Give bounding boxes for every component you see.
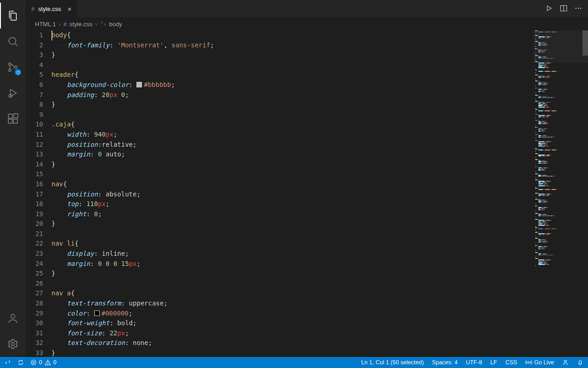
sync-icon[interactable] bbox=[17, 359, 24, 366]
code-line[interactable]: text-transform: uppercase; bbox=[51, 299, 533, 309]
line-number: 15 bbox=[26, 169, 43, 179]
line-number: 24 bbox=[26, 259, 43, 269]
css-file-icon: # bbox=[31, 6, 34, 12]
code-line[interactable] bbox=[51, 279, 533, 289]
vertical-scrollbar[interactable] bbox=[582, 30, 588, 357]
code-line[interactable]: ····font-family: 'Montserrat', sans-seri… bbox=[51, 40, 533, 51]
run-icon[interactable] bbox=[545, 4, 553, 14]
line-number-gutter: 1234567891011121314151617181920212223242… bbox=[26, 30, 51, 357]
code-line[interactable]: margin: 0 0 0 15px; bbox=[51, 259, 533, 269]
scrollbar-thumb[interactable] bbox=[582, 30, 588, 56]
code-line[interactable]: width: 940px; bbox=[51, 130, 533, 140]
tab-bar: # style.css × bbox=[26, 0, 588, 17]
remote-icon[interactable] bbox=[5, 359, 11, 366]
breadcrumb-project[interactable]: HTML 1 bbox=[35, 21, 56, 28]
go-live-button[interactable]: Go Live bbox=[526, 359, 554, 366]
code-line[interactable]: } bbox=[51, 160, 533, 170]
line-number: 28 bbox=[26, 299, 43, 309]
chevron-right-icon: › bbox=[95, 21, 97, 28]
svg-point-11 bbox=[11, 314, 15, 318]
code-line[interactable] bbox=[51, 229, 533, 239]
line-number: 6 bbox=[26, 80, 43, 90]
line-number: 13 bbox=[26, 150, 43, 160]
svg-rect-9 bbox=[13, 119, 17, 123]
line-number: 33 bbox=[26, 348, 43, 358]
code-line[interactable]: padding: 20px 0; bbox=[51, 90, 533, 100]
code-line[interactable] bbox=[51, 169, 533, 179]
code-line[interactable]: position:relative; bbox=[51, 140, 533, 150]
code-line[interactable]: .caja{ bbox=[51, 120, 533, 130]
svg-point-17 bbox=[580, 7, 581, 8]
code-line[interactable]: nav li{ bbox=[51, 239, 533, 249]
more-actions-icon[interactable] bbox=[574, 4, 582, 14]
chevron-right-icon: › bbox=[59, 21, 61, 28]
status-language[interactable]: CSS bbox=[505, 359, 517, 366]
line-number: 4 bbox=[26, 60, 43, 70]
code-line[interactable]: text-decoration: none; bbox=[51, 338, 533, 348]
search-icon[interactable] bbox=[0, 29, 26, 54]
status-spaces[interactable]: Spaces: 4 bbox=[432, 359, 458, 366]
notifications-bell-icon[interactable] bbox=[577, 359, 583, 366]
status-problems[interactable]: 0 0 bbox=[30, 359, 57, 366]
code-line[interactable]: } bbox=[51, 348, 533, 357]
code-line[interactable]: margin: 0 auto; bbox=[51, 150, 533, 160]
status-bar: 0 0 Ln 1, Col 1 (50 selected) Spaces: 4 … bbox=[0, 357, 588, 368]
breadcrumb-symbol[interactable]: body bbox=[109, 21, 122, 28]
line-number: 29 bbox=[26, 309, 43, 319]
editor[interactable]: 1234567891011121314151617181920212223242… bbox=[26, 30, 588, 357]
tab-style-css[interactable]: # style.css × bbox=[26, 0, 78, 17]
line-number: 10 bbox=[26, 120, 43, 130]
code-line[interactable]: position: absolute; bbox=[51, 190, 533, 200]
line-number: 19 bbox=[26, 209, 43, 219]
account-icon[interactable] bbox=[0, 305, 26, 331]
code-line[interactable]: right: 0; bbox=[51, 209, 533, 219]
line-number: 31 bbox=[26, 328, 43, 339]
code-line[interactable]: font-weight: bold; bbox=[51, 318, 533, 328]
code-line[interactable] bbox=[51, 60, 533, 70]
color-swatch-icon bbox=[136, 82, 142, 87]
code-line[interactable]: header{ bbox=[51, 70, 533, 80]
code-line[interactable]: top: 110px; bbox=[51, 199, 533, 209]
svg-point-4 bbox=[15, 66, 17, 68]
code-line[interactable]: body{ bbox=[51, 30, 533, 40]
activity-bar bbox=[0, 0, 26, 357]
color-swatch-icon bbox=[94, 310, 100, 316]
code-line[interactable]: } bbox=[51, 50, 533, 60]
svg-rect-8 bbox=[8, 119, 12, 123]
source-control-icon[interactable] bbox=[0, 54, 26, 80]
minimap[interactable] bbox=[533, 30, 588, 357]
breadcrumb[interactable]: HTML 1 › # style.css › body bbox=[26, 17, 588, 30]
code-line[interactable]: } bbox=[51, 219, 533, 229]
split-editor-icon[interactable] bbox=[560, 4, 568, 14]
code-line[interactable]: display: inline; bbox=[51, 249, 533, 259]
code-line[interactable]: background-color: #bbbbbb; bbox=[51, 80, 533, 90]
close-tab-icon[interactable]: × bbox=[68, 5, 72, 13]
settings-gear-icon[interactable] bbox=[0, 331, 26, 357]
code-area[interactable]: body{····font-family: 'Montserrat', sans… bbox=[51, 30, 533, 357]
minimap-viewport[interactable] bbox=[533, 30, 588, 63]
code-line[interactable]: } bbox=[51, 100, 533, 110]
svg-point-15 bbox=[576, 7, 577, 8]
extensions-icon[interactable] bbox=[0, 106, 26, 132]
line-number: 25 bbox=[26, 269, 43, 279]
svg-point-12 bbox=[11, 343, 15, 346]
line-number: 23 bbox=[26, 249, 43, 259]
code-line[interactable]: nav a{ bbox=[51, 288, 533, 299]
code-line[interactable] bbox=[51, 110, 533, 120]
svg-point-23 bbox=[528, 362, 530, 363]
svg-point-22 bbox=[48, 364, 48, 364]
status-encoding[interactable]: UTF-8 bbox=[466, 359, 482, 366]
run-debug-icon[interactable] bbox=[0, 80, 26, 106]
breadcrumb-file[interactable]: style.css bbox=[69, 21, 92, 28]
code-line[interactable]: font-size: 22px; bbox=[51, 328, 533, 339]
code-line[interactable]: } bbox=[51, 269, 533, 279]
status-cursor[interactable]: Ln 1, Col 1 (50 selected) bbox=[361, 359, 424, 366]
line-number: 7 bbox=[26, 90, 43, 100]
status-eol[interactable]: LF bbox=[491, 359, 498, 366]
code-line[interactable]: color: #000000; bbox=[51, 309, 533, 319]
feedback-icon[interactable] bbox=[562, 359, 569, 366]
text-cursor bbox=[51, 30, 52, 40]
explorer-icon[interactable] bbox=[0, 3, 26, 29]
svg-point-2 bbox=[9, 63, 11, 65]
code-line[interactable]: nav{ bbox=[51, 179, 533, 190]
